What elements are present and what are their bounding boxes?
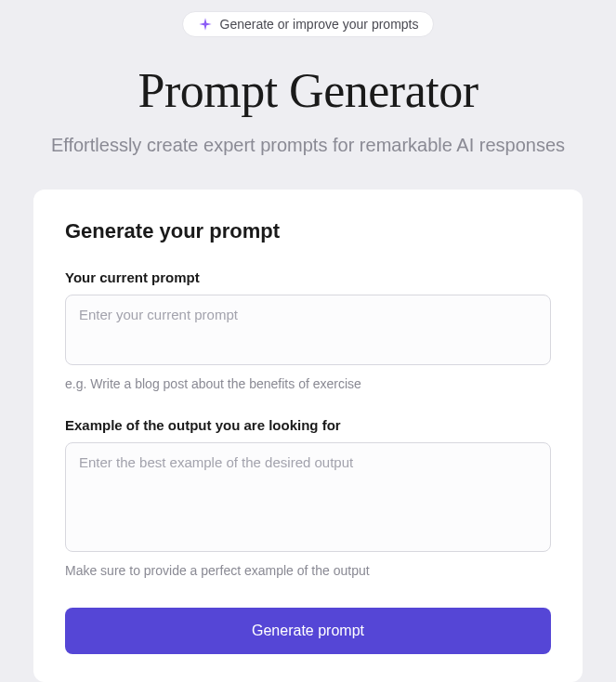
form-card: Generate your prompt Your current prompt… — [33, 190, 583, 682]
current-prompt-group: Your current prompt e.g. Write a blog po… — [65, 269, 551, 391]
form-heading: Generate your prompt — [65, 219, 551, 243]
current-prompt-label: Your current prompt — [65, 269, 551, 285]
page-title: Prompt Generator — [0, 63, 616, 118]
example-output-input[interactable] — [65, 442, 551, 552]
sparkle-icon — [198, 17, 213, 32]
current-prompt-input[interactable] — [65, 295, 551, 365]
example-output-helper: Make sure to provide a perfect example o… — [65, 563, 551, 578]
badge: Generate or improve your prompts — [182, 11, 435, 37]
badge-label: Generate or improve your prompts — [220, 17, 419, 32]
current-prompt-helper: e.g. Write a blog post about the benefit… — [65, 376, 551, 391]
example-output-label: Example of the output you are looking fo… — [65, 417, 551, 433]
generate-button[interactable]: Generate prompt — [65, 608, 551, 654]
page-subtitle: Effortlessly create expert prompts for r… — [0, 135, 616, 156]
example-output-group: Example of the output you are looking fo… — [65, 417, 551, 578]
